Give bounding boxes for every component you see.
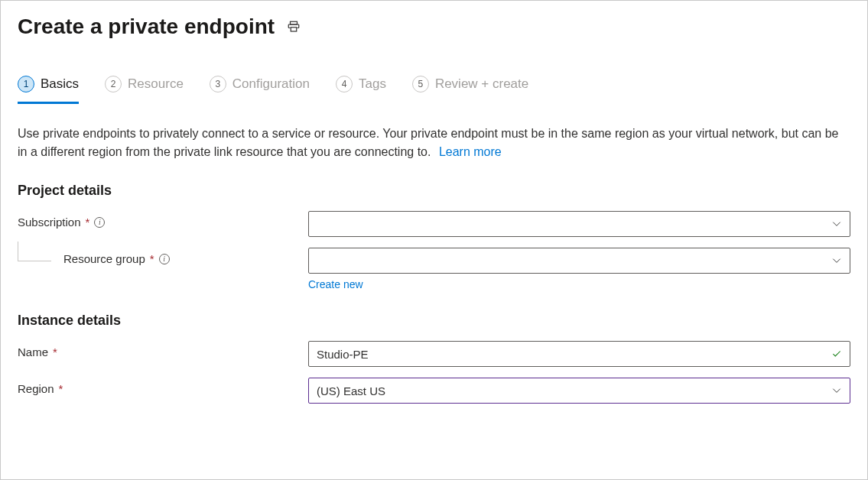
required-indicator: * — [86, 216, 90, 229]
required-indicator: * — [59, 382, 63, 395]
name-value: Studio-PE — [317, 348, 369, 361]
tab-label: Tags — [359, 76, 386, 92]
required-indicator: * — [53, 345, 57, 358]
region-value: (US) East US — [317, 384, 385, 397]
description-text: Use private endpoints to privately conne… — [18, 125, 850, 161]
subscription-label: Subscription — [18, 216, 81, 229]
resource-group-label: Resource group — [63, 252, 145, 265]
region-label: Region — [18, 382, 54, 395]
tab-label: Basics — [41, 76, 79, 92]
create-new-link[interactable]: Create new — [308, 278, 363, 290]
subscription-select[interactable] — [308, 211, 850, 237]
tab-review-create[interactable]: 5 Review + create — [412, 76, 528, 104]
tab-resource[interactable]: 2 Resource — [105, 76, 184, 104]
tab-num-icon: 2 — [105, 76, 122, 92]
project-details-heading: Project details — [18, 183, 850, 199]
tab-num-icon: 4 — [336, 76, 353, 92]
instance-details-heading: Instance details — [18, 313, 850, 329]
hierarchy-line-icon — [18, 242, 51, 261]
info-icon[interactable]: i — [94, 217, 105, 228]
print-icon[interactable] — [287, 20, 301, 34]
region-select[interactable]: (US) East US — [308, 378, 850, 404]
wizard-tabs: 1 Basics 2 Resource 3 Configuration 4 Ta… — [18, 76, 850, 105]
tab-tags[interactable]: 4 Tags — [336, 76, 386, 104]
check-icon — [831, 349, 842, 359]
tab-label: Configuration — [232, 76, 310, 92]
name-label: Name — [18, 345, 48, 358]
tab-label: Review + create — [435, 76, 528, 92]
chevron-down-icon — [831, 385, 842, 396]
chevron-down-icon — [831, 219, 842, 229]
tab-configuration[interactable]: 3 Configuration — [210, 76, 310, 104]
resource-group-select[interactable] — [308, 248, 850, 274]
learn-more-link[interactable]: Learn more — [439, 145, 502, 158]
tab-num-icon: 5 — [412, 76, 429, 92]
tab-basics[interactable]: 1 Basics — [18, 76, 79, 104]
tab-num-icon: 1 — [18, 76, 34, 92]
chevron-down-icon — [831, 255, 842, 266]
info-icon[interactable]: i — [159, 254, 170, 264]
tab-num-icon: 3 — [210, 76, 226, 92]
page-title: Create a private endpoint — [18, 15, 275, 39]
name-input[interactable]: Studio-PE — [308, 341, 850, 367]
required-indicator: * — [150, 252, 154, 265]
svg-rect-1 — [291, 28, 297, 31]
tab-label: Resource — [128, 76, 184, 92]
